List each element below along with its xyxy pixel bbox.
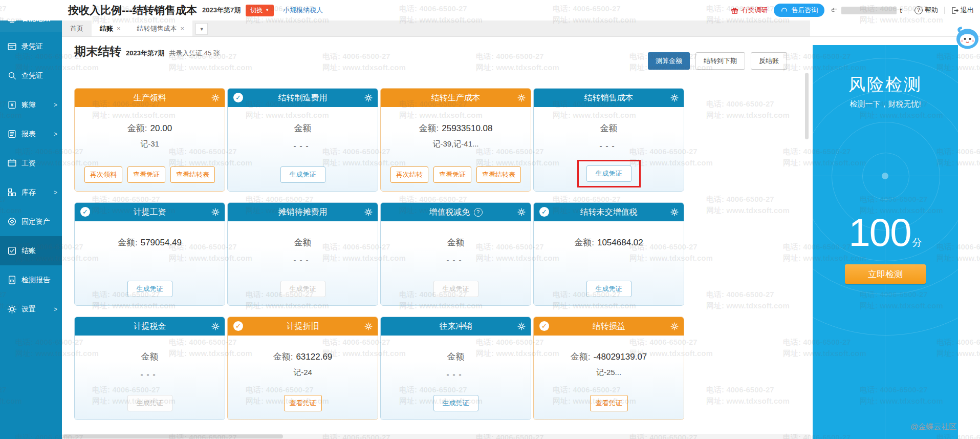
card-vat-reduction: 增值税减免 ? 金额 --- 生成凭证 xyxy=(380,202,531,306)
chevron-right-icon: > xyxy=(54,189,57,196)
card-accrue-tax: 计提税金 金额 --- 生成凭证 xyxy=(74,317,225,420)
empty-amount: --- xyxy=(447,370,465,379)
sidebar-item-closing[interactable]: 结账 xyxy=(0,236,62,265)
sidebar-item-voucher-entry[interactable]: 录凭证 xyxy=(0,32,62,61)
empty-amount: --- xyxy=(294,141,312,150)
reverse-closing-button[interactable]: 反结账 xyxy=(751,52,787,70)
gear-icon[interactable] xyxy=(364,208,373,216)
horizontal-scrollbar[interactable] xyxy=(62,434,810,439)
tab-list-dropdown[interactable]: ▼ xyxy=(195,23,208,35)
sidebar-item-label: 查凭证 xyxy=(21,71,43,80)
gear-icon[interactable] xyxy=(211,94,220,102)
tab-closing[interactable]: 结账 × xyxy=(92,20,129,36)
view-voucher-button[interactable]: 查看凭证 xyxy=(127,166,165,183)
generate-voucher-button[interactable]: 生成凭证 xyxy=(586,165,631,182)
voucher-ref: 记-31 xyxy=(140,139,159,149)
recarry-button[interactable]: 再次结转 xyxy=(390,166,428,183)
risk-subtitle: 检测一下，财税无忧! xyxy=(813,99,958,109)
card-header: 结转销售成本 xyxy=(534,89,684,107)
check-now-button[interactable]: 立即检测 xyxy=(845,264,926,284)
help-button[interactable]: ? 帮助 xyxy=(914,6,938,15)
view-voucher-button[interactable]: 查看凭证 xyxy=(284,395,322,411)
generate-voucher-button-disabled: 生成凭证 xyxy=(280,281,325,297)
view-voucher-button[interactable]: 查看凭证 xyxy=(590,395,628,411)
view-carryover-table-button[interactable]: 查看结转表 xyxy=(476,166,521,183)
divider xyxy=(944,7,945,14)
gear-icon[interactable] xyxy=(517,94,526,102)
survey-label: 有奖调研 xyxy=(741,6,768,15)
card-title: 生产领料 xyxy=(134,93,166,103)
generate-voucher-button[interactable]: 生成凭证 xyxy=(127,281,172,297)
taxpayer-type-link[interactable]: 小规模纳税人 xyxy=(283,6,323,15)
switch-account-icon xyxy=(831,7,838,14)
view-carryover-table-button[interactable]: 查看结转表 xyxy=(170,166,215,183)
logout-label: 退出 xyxy=(961,6,974,15)
gear-icon[interactable] xyxy=(670,94,679,102)
radar-center-dot xyxy=(882,173,888,179)
check-icon: ✓ xyxy=(539,207,549,217)
gear-icon[interactable] xyxy=(670,208,679,216)
sidebar-item-check-report[interactable]: 检测报告 xyxy=(0,265,62,295)
sidebar-item-label: 工资 xyxy=(21,159,36,168)
gear-icon[interactable] xyxy=(364,322,373,330)
chevron-down-icon: ▼ xyxy=(265,8,269,12)
measure-amount-button[interactable]: 测算金额 xyxy=(648,52,690,70)
gear-icon[interactable] xyxy=(211,208,220,216)
gear-icon[interactable] xyxy=(364,94,373,102)
score-unit: 分 xyxy=(912,237,922,248)
after-sales-support-button[interactable]: 售后咨询 xyxy=(774,4,824,17)
card-title: 摊销待摊费用 xyxy=(278,207,328,218)
amount-value: 1054684.02 xyxy=(597,238,643,247)
carry-to-next-period-button[interactable]: 结转到下期 xyxy=(695,52,745,70)
sidebar-item-fixed-assets[interactable]: 固定资产 xyxy=(0,207,62,236)
amount-label: 金额: xyxy=(419,123,439,133)
user-name-suffix: t xyxy=(900,7,902,14)
generate-voucher-button[interactable]: 生成凭证 xyxy=(586,281,631,297)
amount-value: 20.00 xyxy=(150,123,172,133)
sidebar-item-label: 设置 xyxy=(21,305,36,314)
help-icon[interactable]: ? xyxy=(474,208,483,217)
amount-label: 金额 xyxy=(141,352,159,362)
gear-icon xyxy=(7,304,17,314)
main-content: 期末结转 2023年第7期 共录入凭证 45 张 测算金额 结转到下期 反结账 … xyxy=(62,37,810,439)
sidebar-item-settings[interactable]: 设置 > xyxy=(0,295,62,324)
empty-amount: --- xyxy=(447,256,465,264)
sidebar-item-voucher-search[interactable]: 查凭证 xyxy=(0,61,62,90)
generate-voucher-button[interactable]: 生成凭证 xyxy=(433,395,478,411)
empty-amount: --- xyxy=(294,256,312,264)
community-watermark: @金蝶云社区 xyxy=(910,422,956,432)
survey-link[interactable]: 有奖调研 xyxy=(731,6,768,15)
sidebar-item-reports[interactable]: 报表 > xyxy=(0,119,62,149)
gear-icon[interactable] xyxy=(211,322,220,330)
repick-button[interactable]: 再次领料 xyxy=(84,166,122,183)
view-voucher-button[interactable]: 查看凭证 xyxy=(433,166,471,183)
tab-home[interactable]: 首页 xyxy=(62,20,92,36)
card-header: ✓ 计提折旧 xyxy=(228,317,378,336)
generate-voucher-button[interactable]: 生成凭证 xyxy=(280,166,325,183)
gear-icon[interactable] xyxy=(517,208,526,216)
sidebar-item-ledger[interactable]: ¥ 账簿 > xyxy=(0,90,62,119)
close-icon[interactable]: × xyxy=(181,25,185,32)
check-icon: ✓ xyxy=(539,321,549,331)
vertical-scrollbar-thumb[interactable] xyxy=(805,73,809,139)
sidebar-item-label: 录凭证 xyxy=(21,42,43,51)
gear-icon[interactable] xyxy=(670,322,679,330)
report-icon xyxy=(7,129,17,139)
account-area[interactable]: t xyxy=(831,7,902,14)
switch-scheme-button[interactable]: 切换 ▼ xyxy=(246,5,274,16)
highlight-box: 生成凭证 xyxy=(577,160,641,187)
logout-button[interactable]: 退出 xyxy=(951,6,974,15)
sidebar-item-payroll[interactable]: 工资 xyxy=(0,149,62,178)
horizontal-scrollbar-thumb[interactable] xyxy=(63,434,283,438)
sidebar-item-inventory[interactable]: 库存 > xyxy=(0,178,62,207)
gear-icon[interactable] xyxy=(517,322,526,330)
chevron-right-icon: > xyxy=(54,306,57,313)
voucher-ref: 记-25... xyxy=(596,368,621,378)
amount-label: 金额: xyxy=(571,352,591,362)
close-icon[interactable]: × xyxy=(117,25,121,32)
card-header: 计提税金 xyxy=(75,317,225,336)
card-title: 结转未交增值税 xyxy=(580,207,638,218)
mascot-icon[interactable] xyxy=(955,25,980,51)
tab-carry-sales-cost[interactable]: 结转销售成本 × xyxy=(129,20,193,36)
svg-text:¥: ¥ xyxy=(11,102,14,108)
